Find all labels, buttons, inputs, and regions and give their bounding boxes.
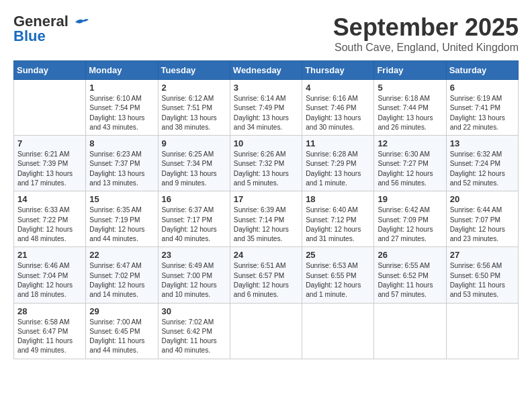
calendar-cell: 21Sunrise: 6:46 AMSunset: 7:04 PMDayligh… (14, 247, 86, 303)
day-number: 3 (234, 83, 298, 93)
day-number: 22 (89, 250, 154, 260)
day-info: Sunrise: 6:23 AMSunset: 7:37 PMDaylight:… (89, 150, 154, 188)
day-number: 2 (162, 83, 226, 93)
calendar-header-wednesday: Wednesday (230, 61, 302, 80)
day-number: 13 (450, 138, 515, 148)
day-number: 11 (306, 138, 370, 148)
day-number: 29 (89, 306, 154, 316)
calendar-cell (230, 303, 302, 359)
day-info: Sunrise: 6:39 AMSunset: 7:14 PMDaylight:… (234, 205, 298, 244)
day-info: Sunrise: 6:28 AMSunset: 7:29 PMDaylight:… (306, 150, 370, 188)
day-number: 5 (378, 83, 442, 93)
calendar-week-row: 28Sunrise: 6:58 AMSunset: 6:47 PMDayligh… (14, 303, 519, 359)
day-info: Sunrise: 6:42 AMSunset: 7:09 PMDaylight:… (378, 205, 442, 244)
calendar-cell: 2Sunrise: 6:12 AMSunset: 7:51 PMDaylight… (158, 80, 230, 136)
calendar-cell: 15Sunrise: 6:35 AMSunset: 7:19 PMDayligh… (86, 191, 158, 247)
day-info: Sunrise: 6:18 AMSunset: 7:44 PMDaylight:… (378, 94, 442, 132)
calendar-table: SundayMondayTuesdayWednesdayThursdayFrid… (13, 60, 519, 359)
day-number: 21 (17, 250, 82, 260)
calendar-cell: 11Sunrise: 6:28 AMSunset: 7:29 PMDayligh… (302, 136, 374, 191)
calendar-cell: 28Sunrise: 6:58 AMSunset: 6:47 PMDayligh… (14, 303, 86, 359)
day-info: Sunrise: 7:00 AMSunset: 6:45 PMDaylight:… (89, 318, 154, 356)
calendar-cell: 14Sunrise: 6:33 AMSunset: 7:22 PMDayligh… (14, 191, 86, 247)
calendar-cell: 17Sunrise: 6:39 AMSunset: 7:14 PMDayligh… (230, 191, 302, 247)
page-header: General Blue September 2025 South Cave, … (13, 13, 519, 54)
calendar-cell: 9Sunrise: 6:25 AMSunset: 7:34 PMDaylight… (158, 136, 230, 191)
day-info: Sunrise: 6:16 AMSunset: 7:46 PMDaylight:… (306, 94, 370, 132)
day-info: Sunrise: 6:35 AMSunset: 7:19 PMDaylight:… (89, 205, 154, 244)
calendar-week-row: 21Sunrise: 6:46 AMSunset: 7:04 PMDayligh… (14, 247, 519, 303)
day-number: 26 (378, 250, 442, 260)
day-info: Sunrise: 6:26 AMSunset: 7:32 PMDaylight:… (234, 150, 298, 188)
calendar-cell: 6Sunrise: 6:19 AMSunset: 7:41 PMDaylight… (446, 80, 518, 136)
calendar-header-row: SundayMondayTuesdayWednesdayThursdayFrid… (14, 61, 519, 80)
day-number: 6 (450, 83, 515, 93)
day-number: 1 (89, 83, 154, 93)
month-title: September 2025 (333, 13, 519, 42)
day-info: Sunrise: 6:25 AMSunset: 7:34 PMDaylight:… (162, 150, 226, 188)
calendar-header-thursday: Thursday (302, 61, 374, 80)
day-info: Sunrise: 6:53 AMSunset: 6:55 PMDaylight:… (306, 261, 370, 300)
calendar-cell: 4Sunrise: 6:16 AMSunset: 7:46 PMDaylight… (302, 80, 374, 136)
day-info: Sunrise: 6:55 AMSunset: 6:52 PMDaylight:… (378, 261, 442, 300)
day-info: Sunrise: 6:49 AMSunset: 7:00 PMDaylight:… (162, 261, 226, 300)
calendar-cell: 24Sunrise: 6:51 AMSunset: 6:57 PMDayligh… (230, 247, 302, 303)
calendar-cell: 10Sunrise: 6:26 AMSunset: 7:32 PMDayligh… (230, 136, 302, 191)
title-block: September 2025 South Cave, England, Unit… (333, 13, 519, 54)
day-number: 20 (450, 194, 515, 204)
day-number: 8 (89, 138, 154, 148)
day-number: 4 (306, 83, 370, 93)
calendar-header-tuesday: Tuesday (158, 61, 230, 80)
calendar-cell: 29Sunrise: 7:00 AMSunset: 6:45 PMDayligh… (86, 303, 158, 359)
day-info: Sunrise: 6:30 AMSunset: 7:27 PMDaylight:… (378, 150, 442, 188)
calendar-cell: 5Sunrise: 6:18 AMSunset: 7:44 PMDaylight… (374, 80, 446, 136)
day-info: Sunrise: 6:32 AMSunset: 7:24 PMDaylight:… (450, 150, 515, 188)
day-info: Sunrise: 6:47 AMSunset: 7:02 PMDaylight:… (89, 261, 154, 300)
day-number: 9 (162, 138, 226, 148)
day-info: Sunrise: 6:58 AMSunset: 6:47 PMDaylight:… (17, 318, 82, 356)
calendar-cell: 13Sunrise: 6:32 AMSunset: 7:24 PMDayligh… (446, 136, 518, 191)
day-info: Sunrise: 6:21 AMSunset: 7:39 PMDaylight:… (17, 150, 82, 188)
day-number: 12 (378, 138, 442, 148)
day-info: Sunrise: 6:44 AMSunset: 7:07 PMDaylight:… (450, 205, 515, 244)
day-number: 19 (378, 194, 442, 204)
day-number: 25 (306, 250, 370, 260)
calendar-cell: 8Sunrise: 6:23 AMSunset: 7:37 PMDaylight… (86, 136, 158, 191)
calendar-cell (302, 303, 374, 359)
day-info: Sunrise: 6:14 AMSunset: 7:49 PMDaylight:… (234, 94, 298, 132)
calendar-cell: 1Sunrise: 6:10 AMSunset: 7:54 PMDaylight… (86, 80, 158, 136)
day-number: 14 (17, 194, 82, 204)
day-number: 15 (89, 194, 154, 204)
calendar-cell: 7Sunrise: 6:21 AMSunset: 7:39 PMDaylight… (14, 136, 86, 191)
calendar-cell: 3Sunrise: 6:14 AMSunset: 7:49 PMDaylight… (230, 80, 302, 136)
day-number: 23 (162, 250, 226, 260)
logo-bird-icon (74, 17, 89, 28)
day-number: 7 (17, 138, 82, 148)
day-number: 17 (234, 194, 298, 204)
calendar-cell (14, 80, 86, 136)
day-number: 24 (234, 250, 298, 260)
day-info: Sunrise: 6:56 AMSunset: 6:50 PMDaylight:… (450, 261, 515, 300)
calendar-cell: 22Sunrise: 6:47 AMSunset: 7:02 PMDayligh… (86, 247, 158, 303)
calendar-week-row: 1Sunrise: 6:10 AMSunset: 7:54 PMDaylight… (14, 80, 519, 136)
calendar-header-friday: Friday (374, 61, 446, 80)
calendar-cell: 12Sunrise: 6:30 AMSunset: 7:27 PMDayligh… (374, 136, 446, 191)
calendar-cell: 18Sunrise: 6:40 AMSunset: 7:12 PMDayligh… (302, 191, 374, 247)
day-info: Sunrise: 6:33 AMSunset: 7:22 PMDaylight:… (17, 205, 82, 244)
day-number: 18 (306, 194, 370, 204)
calendar-header-monday: Monday (86, 61, 158, 80)
calendar-cell: 27Sunrise: 6:56 AMSunset: 6:50 PMDayligh… (446, 247, 518, 303)
calendar-cell: 25Sunrise: 6:53 AMSunset: 6:55 PMDayligh… (302, 247, 374, 303)
calendar-cell: 16Sunrise: 6:37 AMSunset: 7:17 PMDayligh… (158, 191, 230, 247)
calendar-cell: 26Sunrise: 6:55 AMSunset: 6:52 PMDayligh… (374, 247, 446, 303)
calendar-cell (374, 303, 446, 359)
location: South Cave, England, United Kingdom (333, 42, 519, 54)
day-info: Sunrise: 6:10 AMSunset: 7:54 PMDaylight:… (89, 94, 154, 132)
day-info: Sunrise: 7:02 AMSunset: 6:42 PMDaylight:… (162, 318, 226, 356)
calendar-header-saturday: Saturday (446, 61, 518, 80)
day-info: Sunrise: 6:40 AMSunset: 7:12 PMDaylight:… (306, 205, 370, 244)
day-number: 28 (17, 306, 82, 316)
calendar-cell: 20Sunrise: 6:44 AMSunset: 7:07 PMDayligh… (446, 191, 518, 247)
day-info: Sunrise: 6:51 AMSunset: 6:57 PMDaylight:… (234, 261, 298, 300)
calendar-week-row: 7Sunrise: 6:21 AMSunset: 7:39 PMDaylight… (14, 136, 519, 191)
